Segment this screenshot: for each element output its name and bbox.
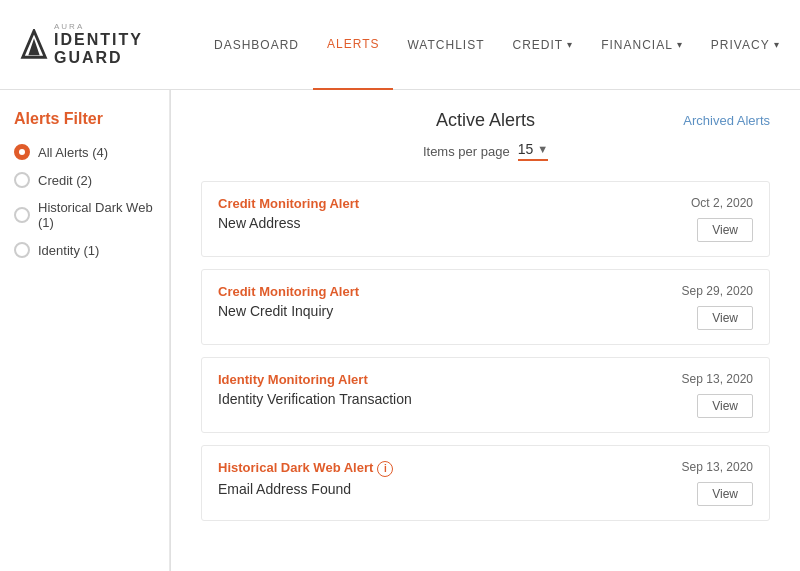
nav-item-credit[interactable]: CREDIT ▾ bbox=[498, 0, 587, 90]
logo-area: AURA IDENTITY GUARD bbox=[20, 22, 190, 66]
view-button-2[interactable]: View bbox=[697, 394, 753, 418]
alert-card-left-2: Identity Monitoring AlertIdentity Verifi… bbox=[218, 372, 662, 407]
filter-item-2[interactable]: Historical Dark Web (1) bbox=[14, 200, 155, 230]
alert-card-2: Identity Monitoring AlertIdentity Verifi… bbox=[201, 357, 770, 433]
alert-card-left-1: Credit Monitoring AlertNew Credit Inquir… bbox=[218, 284, 662, 319]
filter-list: All Alerts (4)Credit (2)Historical Dark … bbox=[14, 144, 155, 258]
logo-brand: AURA bbox=[54, 22, 143, 31]
items-per-page: Items per page 15 ▼ bbox=[201, 141, 770, 161]
filter-radio-0 bbox=[14, 144, 30, 160]
alert-type-1: Credit Monitoring Alert bbox=[218, 284, 662, 299]
alert-date-0: Oct 2, 2020 bbox=[691, 196, 753, 210]
alert-description-2: Identity Verification Transaction bbox=[218, 391, 662, 407]
alert-description-1: New Credit Inquiry bbox=[218, 303, 662, 319]
main-content: Alerts Filter All Alerts (4)Credit (2)Hi… bbox=[0, 90, 800, 571]
logo-text: AURA IDENTITY GUARD bbox=[54, 22, 143, 66]
info-icon-3[interactable]: i bbox=[377, 461, 393, 477]
filter-radio-3 bbox=[14, 242, 30, 258]
main-nav: DASHBOARDALERTSWATCHLISTCREDIT ▾FINANCIA… bbox=[200, 0, 800, 89]
chevron-down-icon: ▾ bbox=[567, 39, 573, 50]
alert-date-2: Sep 13, 2020 bbox=[682, 372, 753, 386]
sidebar: Alerts Filter All Alerts (4)Credit (2)Hi… bbox=[0, 90, 170, 571]
per-page-chevron-icon: ▼ bbox=[537, 143, 548, 155]
alert-card-right-1: Sep 29, 2020View bbox=[682, 284, 753, 330]
logo-name: IDENTITY GUARD bbox=[54, 31, 143, 66]
alert-date-1: Sep 29, 2020 bbox=[682, 284, 753, 298]
filter-label-1: Credit (2) bbox=[38, 173, 92, 188]
view-button-1[interactable]: View bbox=[697, 306, 753, 330]
nav-item-privacy[interactable]: PRIVACY ▾ bbox=[697, 0, 794, 90]
view-button-3[interactable]: View bbox=[697, 482, 753, 506]
sidebar-title: Alerts Filter bbox=[14, 110, 155, 128]
filter-label-2: Historical Dark Web (1) bbox=[38, 200, 155, 230]
alert-card-1: Credit Monitoring AlertNew Credit Inquir… bbox=[201, 269, 770, 345]
view-button-0[interactable]: View bbox=[697, 218, 753, 242]
nav-item-watchlist[interactable]: WATCHLIST bbox=[393, 0, 498, 90]
chevron-down-icon: ▾ bbox=[774, 39, 780, 50]
alert-description-3: Email Address Found bbox=[218, 481, 662, 497]
items-per-page-label: Items per page bbox=[423, 144, 510, 159]
filter-label-0: All Alerts (4) bbox=[38, 145, 108, 160]
alerts-header: Active Alerts Archived Alerts bbox=[201, 110, 770, 131]
alert-description-0: New Address bbox=[218, 215, 671, 231]
filter-label-3: Identity (1) bbox=[38, 243, 99, 258]
filter-radio-2 bbox=[14, 207, 30, 223]
filter-item-0[interactable]: All Alerts (4) bbox=[14, 144, 155, 160]
chevron-down-icon: ▾ bbox=[677, 39, 683, 50]
alert-date-3: Sep 13, 2020 bbox=[682, 460, 753, 474]
alert-card-0: Credit Monitoring AlertNew AddressOct 2,… bbox=[201, 181, 770, 257]
filter-item-1[interactable]: Credit (2) bbox=[14, 172, 155, 188]
per-page-select[interactable]: 15 ▼ bbox=[518, 141, 548, 161]
alerts-title: Active Alerts bbox=[436, 110, 535, 131]
alert-card-right-3: Sep 13, 2020View bbox=[682, 460, 753, 506]
alert-card-right-0: Oct 2, 2020View bbox=[691, 196, 753, 242]
nav-item-financial[interactable]: FINANCIAL ▾ bbox=[587, 0, 697, 90]
filter-radio-1 bbox=[14, 172, 30, 188]
nav-item-dashboard[interactable]: DASHBOARD bbox=[200, 0, 313, 90]
alert-card-left-3: Historical Dark Web AlertiEmail Address … bbox=[218, 460, 662, 497]
nav-item-resources[interactable]: RESOURCES ▾ bbox=[794, 0, 800, 90]
alert-card-3: Historical Dark Web AlertiEmail Address … bbox=[201, 445, 770, 521]
alerts-area: Active Alerts Archived Alerts Items per … bbox=[171, 90, 800, 571]
alert-type-2: Identity Monitoring Alert bbox=[218, 372, 662, 387]
nav-item-alerts[interactable]: ALERTS bbox=[313, 0, 393, 90]
app-wrapper: AURA IDENTITY GUARD DASHBOARDALERTSWATCH… bbox=[0, 0, 800, 571]
alert-card-right-2: Sep 13, 2020View bbox=[682, 372, 753, 418]
per-page-value: 15 bbox=[518, 141, 534, 157]
header: AURA IDENTITY GUARD DASHBOARDALERTSWATCH… bbox=[0, 0, 800, 90]
alert-card-left-0: Credit Monitoring AlertNew Address bbox=[218, 196, 671, 231]
alert-type-3: Historical Dark Web Alerti bbox=[218, 460, 662, 477]
logo-icon bbox=[20, 29, 48, 61]
filter-item-3[interactable]: Identity (1) bbox=[14, 242, 155, 258]
alert-type-0: Credit Monitoring Alert bbox=[218, 196, 671, 211]
archived-alerts-link[interactable]: Archived Alerts bbox=[683, 113, 770, 128]
alerts-list: Credit Monitoring AlertNew AddressOct 2,… bbox=[201, 181, 770, 521]
